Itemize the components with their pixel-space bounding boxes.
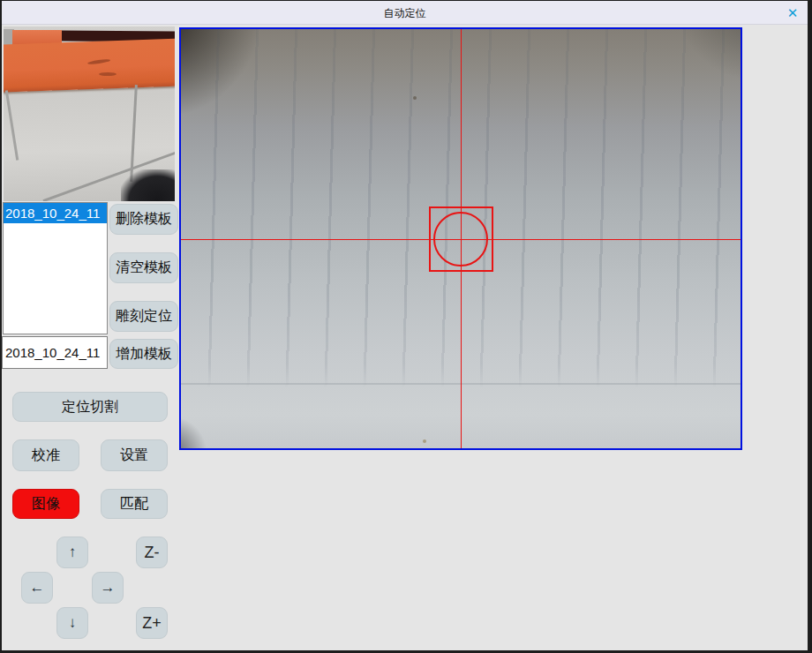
close-icon[interactable]: ✕ <box>784 4 801 22</box>
preview-dark-object <box>121 169 175 201</box>
template-list[interactable]: 2018_10_24_11 <box>3 202 108 334</box>
template-name-input[interactable] <box>2 336 108 369</box>
titlebar[interactable]: 自动定位 ✕ <box>2 1 808 25</box>
preview-plank-spot <box>99 72 117 76</box>
position-cut-button[interactable]: 定位切割 <box>12 392 168 422</box>
calibrate-button[interactable]: 校准 <box>12 439 79 471</box>
match-region-circle <box>433 212 488 266</box>
image-speck <box>413 96 417 100</box>
jog-down-button[interactable]: ↓ <box>56 607 88 639</box>
auto-position-window: 自动定位 ✕ 2018_10_24_11 删除模板 清空模板 雕刻定位 增加模板… <box>0 0 812 653</box>
clear-templates-button[interactable]: 清空模板 <box>109 252 178 283</box>
jog-right-button[interactable]: → <box>92 572 124 604</box>
settings-button[interactable]: 设置 <box>101 439 168 471</box>
image-button[interactable]: 图像 <box>12 489 79 519</box>
camera-image <box>181 29 741 448</box>
jog-left-button[interactable]: ← <box>21 572 53 604</box>
list-item[interactable]: 2018_10_24_11 <box>4 203 107 223</box>
preview-orange-plank <box>4 38 175 92</box>
template-preview-image <box>4 26 175 201</box>
camera-view[interactable] <box>179 27 742 450</box>
window-title: 自动定位 <box>2 6 808 21</box>
jog-z-plus-button[interactable]: Z+ <box>136 607 168 639</box>
image-speck <box>423 439 426 443</box>
match-button[interactable]: 匹配 <box>101 489 168 519</box>
jog-up-button[interactable]: ↑ <box>56 537 88 568</box>
preview-tile-grout <box>5 90 19 160</box>
jog-z-minus-button[interactable]: Z- <box>136 537 168 568</box>
delete-template-button[interactable]: 删除模板 <box>109 204 178 235</box>
engrave-position-button[interactable]: 雕刻定位 <box>109 301 178 332</box>
add-template-button[interactable]: 增加模板 <box>109 339 178 369</box>
